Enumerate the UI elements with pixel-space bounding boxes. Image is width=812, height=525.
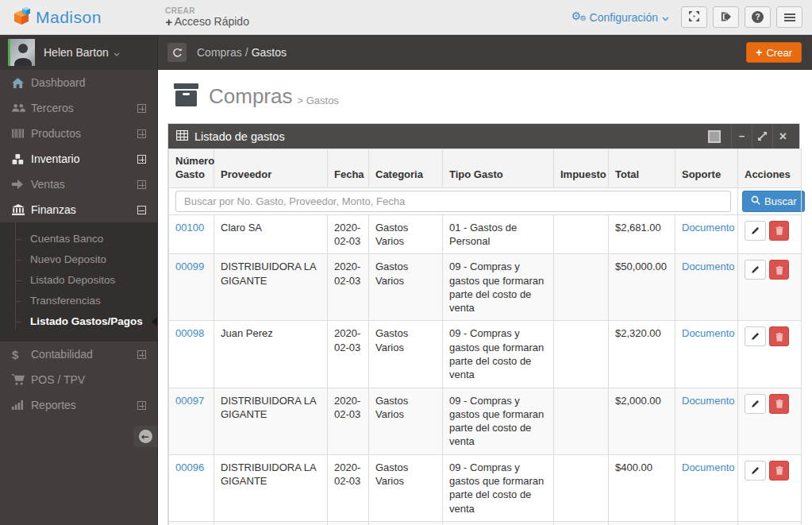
buscar-button[interactable]: Buscar bbox=[742, 191, 805, 212]
documento-link[interactable]: Documento bbox=[682, 327, 734, 339]
sidebar-item-terceros[interactable]: Terceros bbox=[0, 95, 157, 121]
fullscreen-icon bbox=[689, 10, 699, 25]
cell-fecha: 2020-02-03 bbox=[328, 388, 369, 454]
user-name: Helen Barton bbox=[44, 46, 120, 59]
gasto-number-link[interactable]: 00096 bbox=[175, 461, 204, 473]
sidebar-item-reportes[interactable]: Reportes bbox=[0, 392, 157, 418]
gasto-number-link[interactable]: 00098 bbox=[175, 327, 204, 339]
search-input[interactable] bbox=[175, 191, 731, 212]
documento-link[interactable]: Documento bbox=[682, 461, 734, 473]
col-total: Total bbox=[609, 149, 675, 188]
expand-plus-icon[interactable] bbox=[137, 180, 146, 189]
sidebar-item-label: POS / TPV bbox=[31, 373, 85, 386]
sign-out-icon bbox=[721, 10, 731, 25]
cell-tipo-gasto: 01 - Gastos de Personal bbox=[443, 214, 554, 254]
col-impuesto: Impuesto bbox=[554, 149, 609, 188]
documento-link[interactable]: Documento bbox=[682, 395, 734, 407]
crear-button[interactable]: Crear bbox=[746, 42, 802, 63]
delete-button[interactable] bbox=[769, 221, 789, 241]
sidebar-item-contabilidad[interactable]: Contabilidad bbox=[0, 342, 157, 367]
edit-button[interactable] bbox=[745, 461, 766, 481]
panel-close-button[interactable] bbox=[772, 124, 793, 149]
bank-icon bbox=[12, 204, 31, 215]
delete-button[interactable] bbox=[769, 394, 789, 414]
cell-fecha: 2020-02-03 bbox=[328, 454, 369, 521]
panel-style-button[interactable] bbox=[708, 130, 721, 143]
cell-impuesto bbox=[554, 388, 609, 454]
top-bar: Madison CREAR Acceso Rápido ⚙⚙ Configura… bbox=[0, 0, 812, 35]
submenu-item-nuevo-deposito[interactable]: Nuevo Deposito bbox=[0, 249, 157, 270]
madison-logo[interactable]: Madison bbox=[0, 0, 158, 34]
quick-access-link[interactable]: Acceso Rápido bbox=[165, 15, 249, 29]
sidebar-item-label: Ventas bbox=[31, 178, 65, 191]
panel-minimize-button[interactable] bbox=[731, 124, 752, 149]
edit-button[interactable] bbox=[745, 221, 766, 241]
edit-button[interactable] bbox=[745, 260, 766, 280]
gasto-number-link[interactable]: 00097 bbox=[175, 395, 204, 407]
table-row: 00097 DISTRIBUIDORA LA GIGANTE 2020-02-0… bbox=[169, 388, 802, 454]
submenu-item-cuentas-banco[interactable]: Cuentas Banco bbox=[0, 229, 157, 249]
chevron-down-icon bbox=[662, 11, 669, 24]
table-header-row: Número Gasto Proveedor Fecha Categoria T… bbox=[169, 149, 802, 188]
table-grid-icon bbox=[176, 130, 188, 143]
col-proveedor: Proveedor bbox=[214, 149, 328, 188]
documento-link[interactable]: Documento bbox=[682, 222, 734, 234]
documento-link[interactable]: Documento bbox=[682, 261, 734, 272]
breadcrumb-parent[interactable]: Compras bbox=[197, 46, 242, 59]
quick-access-section: CREAR Acceso Rápido bbox=[158, 0, 249, 34]
sidebar-item-ventas[interactable]: Ventas bbox=[0, 172, 157, 197]
cell-impuesto bbox=[554, 254, 609, 321]
sidebar-item-pos-tpv[interactable]: POS / TPV bbox=[0, 367, 157, 392]
submenu-item-listado-gastos-pagos[interactable]: Listado Gastos/Pagos bbox=[0, 311, 157, 332]
expand-plus-icon[interactable] bbox=[137, 129, 146, 138]
logo-cube-icon bbox=[11, 5, 33, 29]
listado-gastos-panel: Listado de gastos Número Gasto bbox=[167, 123, 800, 525]
cell-total: $2,320.00 bbox=[609, 321, 675, 388]
expand-plus-icon[interactable] bbox=[137, 350, 146, 359]
logout-button[interactable] bbox=[713, 6, 739, 28]
topbar-actions: ⚙⚙ Configuración bbox=[571, 0, 812, 34]
delete-button[interactable] bbox=[769, 260, 789, 280]
cell-impuesto bbox=[554, 454, 609, 521]
arrow-right-icon bbox=[12, 180, 31, 189]
sidebar-item-dashboard[interactable]: Dashboard bbox=[0, 70, 157, 95]
submenu-item-listado-depositos[interactable]: Listado Depositos bbox=[0, 270, 157, 291]
collapse-minus-icon[interactable] bbox=[137, 206, 146, 214]
cell-impuesto bbox=[554, 214, 609, 254]
cell-fecha: 2020-02-03 bbox=[328, 521, 369, 525]
panel-expand-button[interactable] bbox=[752, 124, 772, 149]
cell-proveedor: Claro SA bbox=[214, 214, 328, 254]
sidebar-item-finanzas[interactable]: Finanzas bbox=[0, 197, 157, 222]
cell-impuesto bbox=[554, 521, 609, 525]
col-tipo-gasto: Tipo Gasto bbox=[443, 149, 554, 188]
sidebar-collapse-button[interactable] bbox=[133, 426, 157, 447]
breadcrumb-current: Gastos bbox=[252, 46, 287, 59]
buscar-button-label: Buscar bbox=[764, 195, 796, 207]
logo-text: Madison bbox=[36, 8, 102, 27]
help-button[interactable] bbox=[745, 6, 771, 28]
expand-plus-icon[interactable] bbox=[137, 155, 146, 164]
gasto-number-link[interactable]: 00100 bbox=[175, 222, 204, 234]
delete-button[interactable] bbox=[769, 461, 789, 481]
cell-categoria: Gastos Varios bbox=[369, 214, 443, 254]
gasto-number-link[interactable]: 00099 bbox=[175, 261, 204, 272]
expand-plus-icon[interactable] bbox=[137, 104, 146, 113]
finanzas-submenu: Cuentas Banco Nuevo Deposito Listado Dep… bbox=[0, 222, 157, 342]
edit-button[interactable] bbox=[745, 394, 766, 414]
chevron-down-icon bbox=[114, 46, 120, 59]
sidebar-item-productos[interactable]: Productos bbox=[0, 121, 157, 146]
edit-button[interactable] bbox=[745, 326, 766, 346]
cell-categoria: Gastos Varios bbox=[369, 454, 443, 521]
delete-button[interactable] bbox=[769, 326, 789, 346]
cell-total: $2,681.00 bbox=[609, 214, 675, 254]
user-menu[interactable]: Helen Barton bbox=[0, 35, 157, 70]
configuracion-menu[interactable]: ⚙⚙ Configuración bbox=[571, 11, 669, 24]
expand-plus-icon[interactable] bbox=[137, 401, 146, 410]
sidebar-item-inventario[interactable]: Inventario bbox=[0, 146, 157, 172]
fullscreen-button[interactable] bbox=[681, 6, 707, 28]
refresh-button[interactable] bbox=[167, 43, 187, 62]
cell-impuesto bbox=[554, 321, 609, 388]
cell-proveedor: DISTRIBUIDORA LA GIGANTE bbox=[214, 388, 328, 454]
menu-button[interactable] bbox=[776, 6, 802, 28]
submenu-item-transferencias[interactable]: Transferencias bbox=[0, 291, 157, 311]
